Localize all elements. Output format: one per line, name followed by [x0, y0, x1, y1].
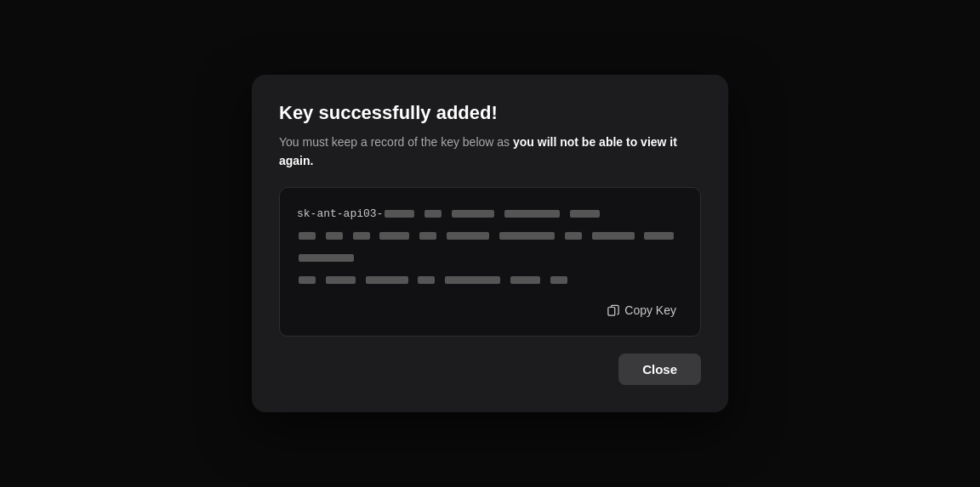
key-segment: [419, 232, 436, 240]
api-key-content: sk-ant-api03-: [297, 203, 683, 292]
description-plain: You must keep a record of the key below …: [279, 135, 513, 149]
modal-dialog: Key successfully added! You must keep a …: [252, 75, 728, 413]
copy-icon: [607, 304, 619, 316]
key-segment: [326, 276, 356, 284]
key-segment: [510, 276, 540, 284]
modal-description: You must keep a record of the key below …: [279, 133, 701, 171]
svg-rect-0: [608, 308, 615, 316]
overlay: Key successfully added! You must keep a …: [0, 0, 980, 487]
key-prefix: sk-ant-api03-: [297, 207, 383, 220]
api-key-box: sk-ant-api03-: [279, 187, 701, 337]
key-segment: [326, 232, 343, 240]
modal-footer: Close: [279, 354, 701, 385]
key-segment: [644, 232, 674, 240]
key-segment: [592, 232, 635, 240]
key-segment: [299, 232, 316, 240]
key-segment: [447, 232, 489, 240]
key-segment: [385, 210, 414, 218]
key-segment: [565, 232, 582, 240]
close-button[interactable]: Close: [618, 354, 701, 385]
key-segment: [353, 232, 370, 240]
key-segment: [418, 276, 435, 284]
copy-key-label: Copy Key: [624, 303, 676, 317]
key-segment: [299, 254, 354, 262]
copy-key-row: Copy Key: [297, 300, 683, 320]
key-segment: [445, 276, 500, 284]
key-segment: [550, 276, 567, 284]
key-segment: [570, 210, 600, 218]
key-segment: [299, 276, 316, 284]
key-segment: [424, 210, 442, 218]
key-segment: [499, 232, 555, 240]
key-segment: [452, 210, 494, 218]
key-segment: [366, 276, 408, 284]
modal-title: Key successfully added!: [279, 102, 701, 124]
key-segment: [504, 210, 560, 218]
key-segment: [379, 232, 409, 240]
copy-key-button[interactable]: Copy Key: [601, 300, 683, 320]
